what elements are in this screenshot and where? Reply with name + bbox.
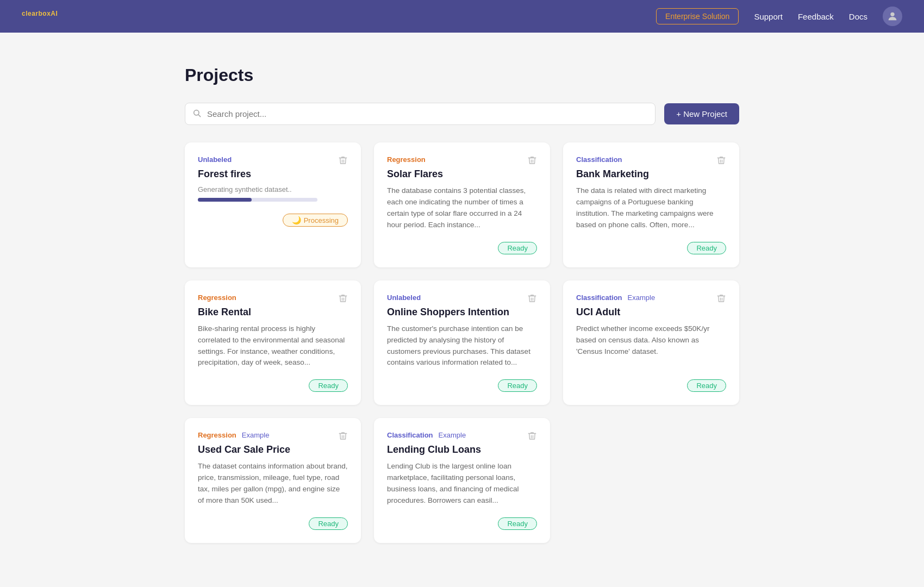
card-type-label: Regression xyxy=(387,155,426,164)
card-title: Online Shoppers Intention xyxy=(387,307,537,318)
status-badge: Ready xyxy=(309,517,348,530)
navbar-right: Enterprise Solution Support Feedback Doc… xyxy=(656,7,902,26)
card-description: The dataset contains information about b… xyxy=(198,461,348,507)
new-project-button[interactable]: + New Project xyxy=(664,103,739,124)
card-description: The data is related with direct marketin… xyxy=(576,185,726,231)
enterprise-solution-button[interactable]: Enterprise Solution xyxy=(656,8,739,24)
support-link[interactable]: Support xyxy=(754,12,783,21)
delete-button[interactable] xyxy=(338,431,348,441)
svg-point-0 xyxy=(890,13,894,16)
progress-bar-background xyxy=(198,198,317,202)
card-description: Bike-sharing rental process is highly co… xyxy=(198,323,348,369)
feedback-link[interactable]: Feedback xyxy=(798,12,834,21)
card-generating-text: Generating synthetic dataset.. xyxy=(198,185,348,193)
example-badge: Example xyxy=(439,431,466,439)
card-title: Used Car Sale Price xyxy=(198,444,348,455)
card-type-row: Unlabeled xyxy=(387,294,421,302)
card-header: ClassificationExample xyxy=(576,294,726,303)
card-title: Lending Club Loans xyxy=(387,444,537,455)
card-footer: 🌙 Processing xyxy=(198,214,348,227)
card-header: ClassificationExample xyxy=(387,431,537,441)
delete-button[interactable] xyxy=(527,294,537,303)
card-type-label: Unlabeled xyxy=(198,155,232,164)
card-type-label: Classification xyxy=(576,294,622,302)
svg-line-2 xyxy=(198,115,201,117)
card-type-label: Regression xyxy=(198,294,236,302)
project-card-bike-rental[interactable]: RegressionBike RentalBike-sharing rental… xyxy=(185,280,361,405)
logo[interactable]: clearboxAI xyxy=(22,9,58,23)
card-footer: Ready xyxy=(198,517,348,530)
card-type-row: RegressionExample xyxy=(198,431,269,439)
project-card-used-car-sale[interactable]: RegressionExampleUsed Car Sale PriceThe … xyxy=(185,418,361,543)
docs-link[interactable]: Docs xyxy=(849,12,867,21)
toolbar: + New Project xyxy=(185,103,739,125)
delete-button[interactable] xyxy=(716,294,726,303)
card-header: Unlabeled xyxy=(387,294,537,303)
card-type-row: Classification xyxy=(576,155,622,164)
card-header: Regression xyxy=(387,155,537,165)
card-header: Classification xyxy=(576,155,726,165)
card-type-row: ClassificationExample xyxy=(387,431,466,439)
delete-button[interactable] xyxy=(527,155,537,165)
project-card-bank-marketing[interactable]: ClassificationBank MarketingThe data is … xyxy=(563,142,739,267)
card-footer: Ready xyxy=(387,242,537,254)
card-footer: Ready xyxy=(576,242,726,254)
card-header: Unlabeled xyxy=(198,155,348,165)
project-card-solar-flares[interactable]: RegressionSolar FlaresThe database conta… xyxy=(374,142,550,267)
card-title: Forest fires xyxy=(198,168,348,180)
card-type-label: Unlabeled xyxy=(387,294,421,302)
status-badge: Ready xyxy=(687,379,726,392)
card-footer: Ready xyxy=(387,379,537,392)
search-input[interactable] xyxy=(185,103,655,125)
status-badge: 🌙 Processing xyxy=(283,214,348,227)
card-type-label: Regression xyxy=(198,431,236,439)
search-wrapper xyxy=(185,103,655,125)
card-description: The database contains 3 potential classe… xyxy=(387,185,537,231)
card-type-row: Unlabeled xyxy=(198,155,232,164)
card-footer: Ready xyxy=(387,517,537,530)
delete-button[interactable] xyxy=(527,431,537,441)
delete-button[interactable] xyxy=(338,155,348,165)
main-content: Projects + New Project UnlabeledForest f… xyxy=(163,33,761,576)
page-title: Projects xyxy=(185,65,739,85)
example-badge: Example xyxy=(628,294,655,302)
delete-button[interactable] xyxy=(716,155,726,165)
status-badge: Ready xyxy=(687,242,726,254)
card-footer: Ready xyxy=(576,379,726,392)
card-description: Predict whether income exceeds $50K/yr b… xyxy=(576,323,726,369)
card-title: Bank Marketing xyxy=(576,168,726,180)
status-badge: Ready xyxy=(498,379,537,392)
card-description: Lending Club is the largest online loan … xyxy=(387,461,537,507)
card-footer: Ready xyxy=(198,379,348,392)
card-type-label: Classification xyxy=(576,155,622,164)
card-description: The customer's purchase intention can be… xyxy=(387,323,537,369)
card-title: Bike Rental xyxy=(198,307,348,318)
logo-sup: AI xyxy=(51,10,58,17)
delete-button[interactable] xyxy=(338,294,348,303)
card-type-row: Regression xyxy=(387,155,426,164)
processing-icon: 🌙 xyxy=(292,216,301,224)
status-badge: Ready xyxy=(309,379,348,392)
progress-wrap xyxy=(198,198,348,202)
projects-grid: UnlabeledForest firesGenerating syntheti… xyxy=(185,142,739,543)
project-card-online-shoppers[interactable]: UnlabeledOnline Shoppers IntentionThe cu… xyxy=(374,280,550,405)
card-type-label: Classification xyxy=(387,431,433,439)
card-header: Regression xyxy=(198,294,348,303)
card-header: RegressionExample xyxy=(198,431,348,441)
user-avatar[interactable] xyxy=(883,7,902,26)
card-title: UCI Adult xyxy=(576,307,726,318)
search-icon xyxy=(192,109,201,120)
project-card-lending-club[interactable]: ClassificationExampleLending Club LoansL… xyxy=(374,418,550,543)
example-badge: Example xyxy=(242,431,270,439)
card-type-row: Regression xyxy=(198,294,236,302)
status-badge: Ready xyxy=(498,517,537,530)
card-type-row: ClassificationExample xyxy=(576,294,655,302)
project-card-uci-adult[interactable]: ClassificationExampleUCI AdultPredict wh… xyxy=(563,280,739,405)
progress-bar-fill xyxy=(198,198,252,202)
project-card-forest-fires[interactable]: UnlabeledForest firesGenerating syntheti… xyxy=(185,142,361,267)
status-badge: Ready xyxy=(498,242,537,254)
navbar: clearboxAI Enterprise Solution Support F… xyxy=(0,0,924,33)
card-title: Solar Flares xyxy=(387,168,537,180)
